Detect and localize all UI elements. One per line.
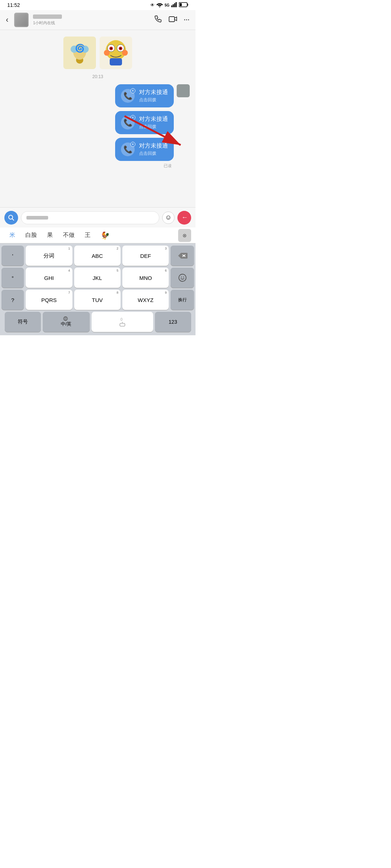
sticker-character bbox=[100, 37, 132, 69]
ime-suggestions: 米 白脸 果 不做 王 🐓 ⊗ bbox=[0, 227, 196, 243]
sticker-fan: 🌀 bbox=[63, 37, 96, 69]
call-bubble-2[interactable]: 📞 ✕ 对方未接通 点击回拨 bbox=[115, 111, 174, 134]
key-zhong-ying[interactable]: 中/英 bbox=[43, 312, 90, 332]
call-x-1: ✕ bbox=[130, 88, 135, 93]
status-bar: 11:52 👁 5G bbox=[0, 0, 196, 10]
search-button[interactable] bbox=[4, 211, 18, 225]
call-icon-3: 📞 ✕ bbox=[121, 142, 135, 156]
svg-rect-2 bbox=[173, 4, 174, 7]
suggestion-2[interactable]: 果 bbox=[42, 227, 58, 243]
svg-rect-4 bbox=[176, 2, 177, 7]
key-mno[interactable]: 6 MNO bbox=[122, 268, 169, 288]
message-row: 📞 ✕ 对方未接通 点击回拨 bbox=[6, 138, 190, 161]
call-text-3: 对方未接通 点击回拨 bbox=[139, 142, 168, 157]
svg-rect-6 bbox=[188, 4, 188, 6]
sender-avatar-1 bbox=[177, 84, 190, 97]
stickers-row: 🌀 bbox=[6, 34, 190, 69]
call-bubble-3[interactable]: 📞 ✕ 对方未接通 点击回拨 bbox=[115, 138, 174, 161]
key-tuv[interactable]: 8 TUV bbox=[74, 290, 121, 310]
contact-avatar bbox=[14, 13, 29, 27]
svg-point-22 bbox=[122, 50, 128, 56]
input-bar: ☺ ↑ bbox=[0, 207, 196, 227]
keyboard-row-3: ? 7 PQRS 8 TUV 9 WXYZ 换行 bbox=[1, 290, 194, 310]
status-icons: 👁 5G bbox=[150, 2, 188, 8]
message-row: 📞 ✕ 对方未接通 点击回拨 bbox=[6, 111, 190, 134]
read-status: 已读 bbox=[164, 163, 172, 169]
call-icon-2: 📞 ✕ bbox=[121, 116, 135, 129]
key-jkl[interactable]: 5 JKL bbox=[74, 268, 121, 288]
call-bubble-1[interactable]: 📞 ✕ 对方未接通 点击回拨 bbox=[115, 84, 174, 107]
svg-line-27 bbox=[12, 218, 14, 220]
svg-rect-3 bbox=[174, 3, 175, 7]
key-fenci[interactable]: 1 分词 bbox=[26, 246, 72, 266]
key-fuji[interactable]: 符号 bbox=[5, 312, 41, 332]
emoji-button[interactable]: ☺ bbox=[162, 212, 175, 224]
signal-5g: 5G bbox=[165, 3, 169, 7]
svg-point-21 bbox=[104, 50, 110, 56]
key-backspace[interactable] bbox=[171, 246, 194, 266]
call-text-2: 对方未接通 点击回拨 bbox=[139, 115, 168, 130]
contact-name bbox=[33, 14, 62, 19]
chat-timestamp: 20:13 bbox=[6, 74, 190, 79]
svg-point-32 bbox=[183, 277, 184, 277]
call-icon-1: 📞 ✕ bbox=[121, 89, 135, 103]
send-icon: ↑ bbox=[181, 216, 188, 219]
key-def[interactable]: 3 DEF bbox=[122, 246, 169, 266]
svg-rect-23 bbox=[110, 58, 122, 65]
call-x-2: ✕ bbox=[130, 115, 135, 120]
status-time: 11:52 bbox=[7, 2, 20, 8]
more-icon[interactable]: ··· bbox=[184, 17, 190, 23]
key-question[interactable]: ? bbox=[1, 290, 24, 310]
key-emoji[interactable] bbox=[171, 268, 194, 288]
svg-rect-7 bbox=[180, 3, 182, 6]
read-area: 已读 bbox=[6, 163, 190, 169]
call-text-1: 对方未接通 点击回拨 bbox=[139, 89, 168, 103]
phone-icon[interactable] bbox=[154, 15, 162, 25]
eye-icon: 👁 bbox=[150, 3, 155, 8]
read-status-row: 已读 bbox=[6, 163, 190, 169]
key-123[interactable]: 123 bbox=[155, 312, 191, 332]
svg-point-19 bbox=[110, 48, 112, 49]
svg-point-20 bbox=[120, 48, 121, 49]
keyboard-row-1: ' 1 分词 2 ABC 3 DEF bbox=[1, 246, 194, 266]
svg-text:🌀: 🌀 bbox=[75, 43, 85, 53]
input-placeholder bbox=[26, 216, 48, 220]
keyboard-row-2: ° 4 GHI 5 JKL 6 MNO bbox=[1, 268, 194, 288]
key-newline-right[interactable]: 换行 bbox=[171, 290, 194, 310]
suggestion-0[interactable]: 米 bbox=[4, 227, 20, 243]
key-space[interactable]: 0 bbox=[92, 312, 153, 332]
video-call-icon[interactable] bbox=[169, 15, 177, 25]
message-row: 📞 ✕ 对方未接通 点击回拨 bbox=[6, 84, 190, 107]
svg-point-31 bbox=[181, 277, 182, 277]
contact-status: 1小时内在线 bbox=[33, 20, 150, 26]
back-button[interactable]: ‹ bbox=[6, 15, 8, 25]
svg-point-30 bbox=[179, 274, 186, 281]
contact-info: 1小时内在线 bbox=[33, 14, 150, 26]
svg-rect-36 bbox=[120, 323, 125, 326]
suggestion-4[interactable]: 王 bbox=[80, 227, 96, 243]
key-apostrophe[interactable]: ' bbox=[1, 246, 24, 266]
suggestion-1[interactable]: 白脸 bbox=[20, 227, 42, 243]
keyboard-row-4: 符号 中/英 0 123 bbox=[1, 312, 194, 332]
send-button[interactable]: ↑ bbox=[177, 211, 191, 225]
wifi-icon bbox=[156, 2, 163, 8]
key-degree[interactable]: ° bbox=[1, 268, 24, 288]
keyboard: ' 1 分词 2 ABC 3 DEF ° 4 GHI 5 JKL bbox=[0, 243, 196, 335]
key-abc[interactable]: 2 ABC bbox=[74, 246, 121, 266]
chat-area: 🌀 20:13 📞 ✕ bbox=[0, 30, 196, 207]
header: ‹ 1小时内在线 ··· bbox=[0, 10, 196, 30]
key-pqrs[interactable]: 7 PQRS bbox=[26, 290, 72, 310]
ime-delete-button[interactable]: ⊗ bbox=[178, 229, 191, 242]
svg-rect-1 bbox=[171, 5, 172, 7]
svg-point-0 bbox=[159, 6, 160, 7]
key-wxyz[interactable]: 9 WXYZ bbox=[122, 290, 169, 310]
message-input[interactable] bbox=[21, 211, 159, 224]
suggestion-emoji[interactable]: 🐓 bbox=[96, 227, 115, 243]
key-ghi[interactable]: 4 GHI bbox=[26, 268, 72, 288]
suggestion-3[interactable]: 不做 bbox=[58, 227, 80, 243]
svg-rect-8 bbox=[169, 17, 175, 22]
header-actions: ··· bbox=[154, 15, 190, 25]
call-x-3: ✕ bbox=[130, 142, 135, 147]
battery-icon bbox=[179, 2, 188, 8]
signal-bars bbox=[171, 2, 177, 8]
